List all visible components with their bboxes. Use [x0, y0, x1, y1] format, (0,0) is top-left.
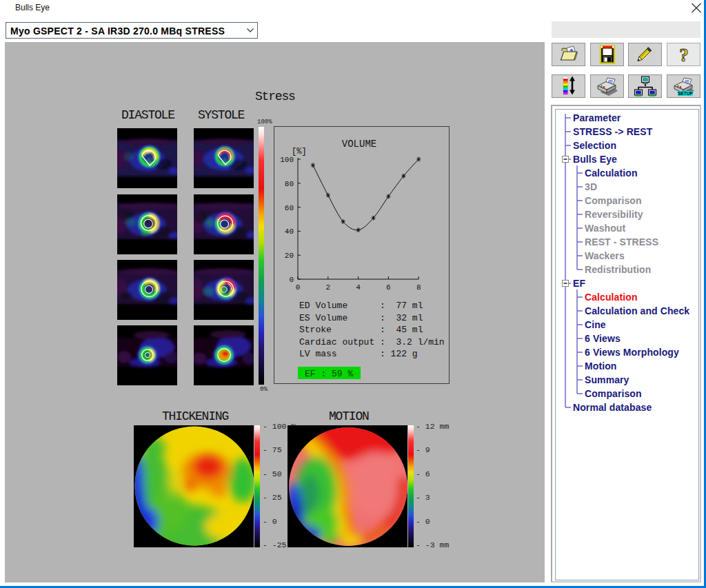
svg-text:EF : 59 %: EF : 59 %	[305, 369, 353, 379]
svg-text:Stroke : 45 ml: Stroke : 45 ml	[299, 325, 423, 335]
svg-text:8: 8	[416, 283, 421, 292]
svg-text:?: ?	[679, 45, 689, 64]
svg-text:6: 6	[386, 283, 391, 292]
svg-text:[%]: [%]	[292, 147, 307, 156]
svg-text:0: 0	[289, 276, 294, 284]
svg-text:40: 40	[285, 227, 294, 236]
svg-text:4: 4	[356, 283, 361, 292]
svg-text:SETUP: SETUP	[678, 91, 693, 96]
svg-text:0: 0	[296, 283, 301, 292]
svg-text:ED Volume : 77 ml: ED Volume : 77 ml	[299, 301, 423, 311]
svg-text:LV mass : 122 g: LV mass : 122 g	[299, 349, 418, 359]
svg-text:60: 60	[285, 204, 294, 212]
svg-text:2: 2	[325, 283, 330, 292]
svg-text:20: 20	[285, 252, 294, 260]
svg-text:Cardiac output : 3.2 l/min: Cardiac output : 3.2 l/min	[299, 337, 445, 347]
svg-text:VOLUME: VOLUME	[342, 139, 376, 150]
svg-text:100: 100	[280, 156, 294, 164]
svg-text:80: 80	[285, 180, 294, 188]
svg-text:ES Volume : 32 ml: ES Volume : 32 ml	[299, 313, 423, 323]
